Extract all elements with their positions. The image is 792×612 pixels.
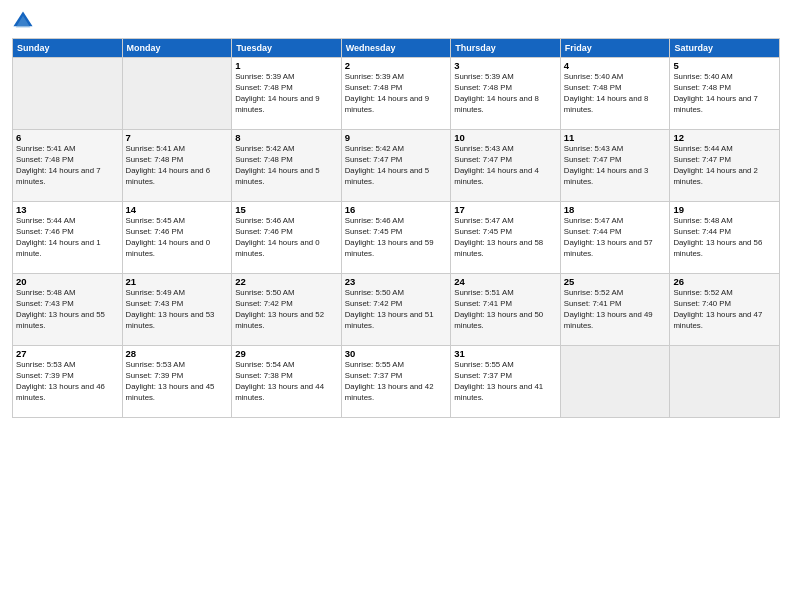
day-cell: 5Sunrise: 5:40 AM Sunset: 7:48 PM Daylig… [670, 58, 780, 130]
day-info: Sunrise: 5:46 AM Sunset: 7:46 PM Dayligh… [235, 216, 338, 260]
day-number: 13 [16, 204, 119, 215]
col-header-friday: Friday [560, 39, 670, 58]
day-cell: 1Sunrise: 5:39 AM Sunset: 7:48 PM Daylig… [232, 58, 342, 130]
day-info: Sunrise: 5:45 AM Sunset: 7:46 PM Dayligh… [126, 216, 229, 260]
day-cell: 10Sunrise: 5:43 AM Sunset: 7:47 PM Dayli… [451, 130, 561, 202]
day-cell: 18Sunrise: 5:47 AM Sunset: 7:44 PM Dayli… [560, 202, 670, 274]
day-cell: 4Sunrise: 5:40 AM Sunset: 7:48 PM Daylig… [560, 58, 670, 130]
col-header-sunday: Sunday [13, 39, 123, 58]
day-number: 14 [126, 204, 229, 215]
day-number: 26 [673, 276, 776, 287]
day-cell: 19Sunrise: 5:48 AM Sunset: 7:44 PM Dayli… [670, 202, 780, 274]
day-cell [560, 346, 670, 418]
day-info: Sunrise: 5:53 AM Sunset: 7:39 PM Dayligh… [16, 360, 119, 404]
day-info: Sunrise: 5:39 AM Sunset: 7:48 PM Dayligh… [345, 72, 448, 116]
day-cell: 25Sunrise: 5:52 AM Sunset: 7:41 PM Dayli… [560, 274, 670, 346]
day-number: 28 [126, 348, 229, 359]
day-cell: 6Sunrise: 5:41 AM Sunset: 7:48 PM Daylig… [13, 130, 123, 202]
day-cell: 12Sunrise: 5:44 AM Sunset: 7:47 PM Dayli… [670, 130, 780, 202]
day-info: Sunrise: 5:55 AM Sunset: 7:37 PM Dayligh… [454, 360, 557, 404]
day-info: Sunrise: 5:50 AM Sunset: 7:42 PM Dayligh… [235, 288, 338, 332]
calendar-table: SundayMondayTuesdayWednesdayThursdayFrid… [12, 38, 780, 418]
day-number: 11 [564, 132, 667, 143]
week-row-4: 20Sunrise: 5:48 AM Sunset: 7:43 PM Dayli… [13, 274, 780, 346]
week-row-3: 13Sunrise: 5:44 AM Sunset: 7:46 PM Dayli… [13, 202, 780, 274]
day-number: 20 [16, 276, 119, 287]
day-cell: 3Sunrise: 5:39 AM Sunset: 7:48 PM Daylig… [451, 58, 561, 130]
page: SundayMondayTuesdayWednesdayThursdayFrid… [0, 0, 792, 612]
day-cell: 27Sunrise: 5:53 AM Sunset: 7:39 PM Dayli… [13, 346, 123, 418]
day-cell: 14Sunrise: 5:45 AM Sunset: 7:46 PM Dayli… [122, 202, 232, 274]
week-row-5: 27Sunrise: 5:53 AM Sunset: 7:39 PM Dayli… [13, 346, 780, 418]
day-info: Sunrise: 5:43 AM Sunset: 7:47 PM Dayligh… [564, 144, 667, 188]
day-info: Sunrise: 5:52 AM Sunset: 7:40 PM Dayligh… [673, 288, 776, 332]
col-header-wednesday: Wednesday [341, 39, 451, 58]
day-info: Sunrise: 5:46 AM Sunset: 7:45 PM Dayligh… [345, 216, 448, 260]
day-info: Sunrise: 5:44 AM Sunset: 7:47 PM Dayligh… [673, 144, 776, 188]
col-header-monday: Monday [122, 39, 232, 58]
col-header-tuesday: Tuesday [232, 39, 342, 58]
day-cell [122, 58, 232, 130]
day-number: 27 [16, 348, 119, 359]
day-number: 31 [454, 348, 557, 359]
day-number: 1 [235, 60, 338, 71]
day-cell [13, 58, 123, 130]
day-cell: 7Sunrise: 5:41 AM Sunset: 7:48 PM Daylig… [122, 130, 232, 202]
day-info: Sunrise: 5:54 AM Sunset: 7:38 PM Dayligh… [235, 360, 338, 404]
day-number: 9 [345, 132, 448, 143]
day-cell: 13Sunrise: 5:44 AM Sunset: 7:46 PM Dayli… [13, 202, 123, 274]
day-cell: 28Sunrise: 5:53 AM Sunset: 7:39 PM Dayli… [122, 346, 232, 418]
day-info: Sunrise: 5:42 AM Sunset: 7:48 PM Dayligh… [235, 144, 338, 188]
day-info: Sunrise: 5:47 AM Sunset: 7:44 PM Dayligh… [564, 216, 667, 260]
day-cell: 29Sunrise: 5:54 AM Sunset: 7:38 PM Dayli… [232, 346, 342, 418]
day-number: 4 [564, 60, 667, 71]
day-number: 21 [126, 276, 229, 287]
day-cell: 30Sunrise: 5:55 AM Sunset: 7:37 PM Dayli… [341, 346, 451, 418]
day-number: 8 [235, 132, 338, 143]
day-cell: 24Sunrise: 5:51 AM Sunset: 7:41 PM Dayli… [451, 274, 561, 346]
day-cell: 23Sunrise: 5:50 AM Sunset: 7:42 PM Dayli… [341, 274, 451, 346]
day-number: 2 [345, 60, 448, 71]
day-info: Sunrise: 5:47 AM Sunset: 7:45 PM Dayligh… [454, 216, 557, 260]
day-number: 24 [454, 276, 557, 287]
day-number: 7 [126, 132, 229, 143]
day-info: Sunrise: 5:48 AM Sunset: 7:44 PM Dayligh… [673, 216, 776, 260]
col-header-saturday: Saturday [670, 39, 780, 58]
day-cell: 2Sunrise: 5:39 AM Sunset: 7:48 PM Daylig… [341, 58, 451, 130]
day-number: 3 [454, 60, 557, 71]
day-cell: 22Sunrise: 5:50 AM Sunset: 7:42 PM Dayli… [232, 274, 342, 346]
day-number: 19 [673, 204, 776, 215]
day-cell: 8Sunrise: 5:42 AM Sunset: 7:48 PM Daylig… [232, 130, 342, 202]
header [12, 10, 780, 32]
day-number: 22 [235, 276, 338, 287]
day-number: 6 [16, 132, 119, 143]
day-number: 17 [454, 204, 557, 215]
day-info: Sunrise: 5:39 AM Sunset: 7:48 PM Dayligh… [454, 72, 557, 116]
day-cell [670, 346, 780, 418]
day-info: Sunrise: 5:48 AM Sunset: 7:43 PM Dayligh… [16, 288, 119, 332]
day-cell: 15Sunrise: 5:46 AM Sunset: 7:46 PM Dayli… [232, 202, 342, 274]
day-info: Sunrise: 5:39 AM Sunset: 7:48 PM Dayligh… [235, 72, 338, 116]
logo-icon [12, 10, 34, 32]
day-number: 15 [235, 204, 338, 215]
day-info: Sunrise: 5:50 AM Sunset: 7:42 PM Dayligh… [345, 288, 448, 332]
day-number: 16 [345, 204, 448, 215]
day-info: Sunrise: 5:41 AM Sunset: 7:48 PM Dayligh… [16, 144, 119, 188]
day-number: 29 [235, 348, 338, 359]
day-info: Sunrise: 5:49 AM Sunset: 7:43 PM Dayligh… [126, 288, 229, 332]
day-info: Sunrise: 5:40 AM Sunset: 7:48 PM Dayligh… [673, 72, 776, 116]
day-info: Sunrise: 5:40 AM Sunset: 7:48 PM Dayligh… [564, 72, 667, 116]
day-cell: 16Sunrise: 5:46 AM Sunset: 7:45 PM Dayli… [341, 202, 451, 274]
day-number: 18 [564, 204, 667, 215]
day-cell: 21Sunrise: 5:49 AM Sunset: 7:43 PM Dayli… [122, 274, 232, 346]
day-number: 25 [564, 276, 667, 287]
week-row-2: 6Sunrise: 5:41 AM Sunset: 7:48 PM Daylig… [13, 130, 780, 202]
day-info: Sunrise: 5:53 AM Sunset: 7:39 PM Dayligh… [126, 360, 229, 404]
day-number: 23 [345, 276, 448, 287]
day-cell: 11Sunrise: 5:43 AM Sunset: 7:47 PM Dayli… [560, 130, 670, 202]
day-number: 5 [673, 60, 776, 71]
day-number: 12 [673, 132, 776, 143]
logo [12, 10, 36, 32]
day-number: 10 [454, 132, 557, 143]
day-cell: 20Sunrise: 5:48 AM Sunset: 7:43 PM Dayli… [13, 274, 123, 346]
